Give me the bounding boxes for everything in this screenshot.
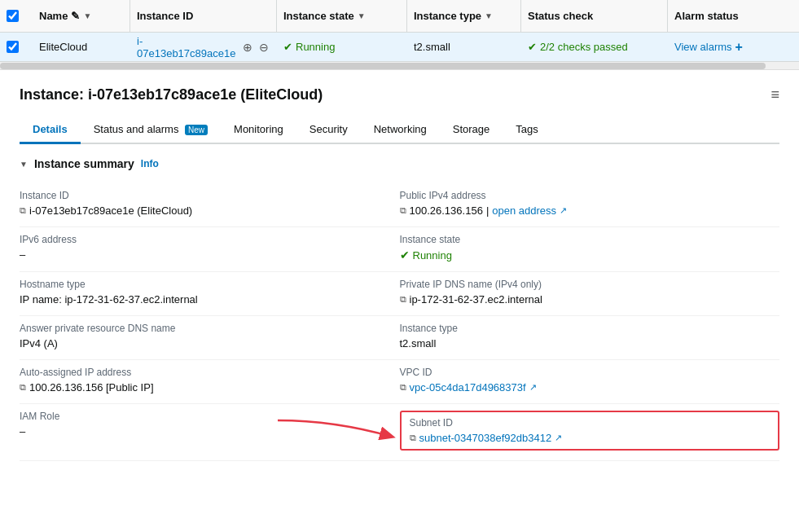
tab-details[interactable]: Details	[20, 117, 81, 144]
field-instance-state: Instance state ✔ Running	[400, 227, 780, 272]
col-header-name: Name ✎ ▼	[33, 0, 130, 32]
row-status: ✔ 2/2 checks passed	[521, 33, 668, 61]
subnet-external-icon: ↗	[555, 433, 562, 443]
open-address-link[interactable]: open address	[492, 204, 556, 217]
view-alarms-link[interactable]: View alarms	[674, 41, 732, 53]
zoom-out-button[interactable]: ⊖	[257, 41, 270, 54]
tab-tags[interactable]: Tags	[503, 117, 551, 144]
tab-storage[interactable]: Storage	[440, 117, 503, 144]
field-public-ipv4-value: ⧉ 100.26.136.156 | open address ↗	[400, 204, 780, 217]
field-iam-role: IAM Role –	[20, 404, 400, 461]
field-auto-ip-value: ⧉ 100.26.136.156 [Public IP]	[20, 381, 400, 394]
field-instance-type-label: Instance type	[400, 323, 780, 334]
field-hostname-type: Hostname type IP name: ip-172-31-62-37.e…	[20, 272, 400, 316]
field-hostname-type-label: Hostname type	[20, 279, 400, 290]
copy-auto-ip-icon[interactable]: ⧉	[20, 382, 26, 393]
col-header-status-check: Status check	[521, 0, 668, 32]
zoom-in-button[interactable]: ⊕	[241, 41, 254, 54]
instance-id-link[interactable]: i-07e13eb17c89ace1e	[137, 35, 238, 59]
field-public-ipv4-label: Public IPv4 address	[400, 190, 780, 201]
tab-monitoring[interactable]: Monitoring	[221, 117, 296, 144]
instance-title: Instance: i-07e13eb17c89ace1e (EliteClou…	[20, 86, 323, 103]
table-row[interactable]: EliteCloud i-07e13eb17c89ace1e ⊕ ⊖ ✔ Run…	[0, 33, 799, 62]
row-checkbox-cell	[7, 41, 33, 53]
horizontal-scrollbar[interactable]	[0, 62, 799, 70]
state-running-icon: ✔	[400, 248, 410, 262]
row-alarm: View alarms +	[668, 33, 792, 61]
running-check-icon: ✔	[283, 41, 292, 53]
row-name-value: EliteCloud	[39, 41, 87, 53]
col-header-instance-type: Instance type ▼	[407, 0, 521, 32]
col-header-instance-id: Instance ID	[130, 0, 277, 32]
menu-icon[interactable]: ≡	[770, 86, 779, 103]
field-instance-state-label: Instance state	[400, 234, 780, 245]
table-header: Name ✎ ▼ Instance ID Instance state ▼ In…	[0, 0, 799, 33]
row-name: EliteCloud	[33, 33, 130, 61]
field-dns-name: Answer private resource DNS name IPv4 (A…	[20, 316, 400, 360]
copy-private-dns-icon[interactable]: ⧉	[400, 294, 406, 305]
detail-panel: Instance: i-07e13eb17c89ace1e (EliteClou…	[0, 70, 799, 474]
tab-status-alarms[interactable]: Status and alarms New	[81, 117, 221, 144]
edit-icon[interactable]: ✎	[71, 10, 80, 22]
state-running: ✔ Running	[283, 41, 335, 53]
tab-security[interactable]: Security	[296, 117, 361, 144]
subnet-id-link[interactable]: subnet-0347038ef92db3412	[419, 432, 552, 444]
subnet-id-highlight-box: Subnet ID ⧉ subnet-0347038ef92db3412 ↗	[400, 411, 780, 451]
copy-vpc-id-icon[interactable]: ⧉	[400, 382, 406, 393]
field-instance-type-value: t2.small	[400, 337, 780, 350]
field-private-dns-label: Private IP DNS name (IPv4 only)	[400, 279, 780, 290]
header-checkbox-cell	[7, 10, 33, 22]
status-check-icon: ✔	[528, 41, 537, 53]
zoom-controls: ⊕ ⊖	[241, 41, 270, 54]
field-instance-id-value: ⧉ i-07e13eb17c89ace1e (EliteCloud)	[20, 204, 400, 217]
row-instance-id: i-07e13eb17c89ace1e ⊕ ⊖	[130, 33, 277, 61]
field-auto-ip-label: Auto-assigned IP address	[20, 367, 400, 378]
field-iam-role-value: –	[20, 425, 400, 437]
status-check-value: ✔ 2/2 checks passed	[528, 41, 628, 53]
copy-public-ipv4-icon[interactable]: ⧉	[400, 205, 406, 216]
vpc-id-link[interactable]: vpc-05c4da17d4968373f	[410, 381, 526, 394]
row-state: ✔ Running	[277, 33, 407, 61]
field-auto-ip: Auto-assigned IP address ⧉ 100.26.136.15…	[20, 360, 400, 404]
select-all-checkbox[interactable]	[7, 10, 19, 22]
field-iam-role-label: IAM Role	[20, 411, 400, 422]
field-hostname-type-value: IP name: ip-172-31-62-37.ec2.internal	[20, 293, 400, 306]
copy-subnet-id-icon[interactable]: ⧉	[410, 433, 416, 443]
tab-networking[interactable]: Networking	[361, 117, 440, 144]
field-subnet-id-value: ⧉ subnet-0347038ef92db3412 ↗	[410, 432, 770, 444]
field-instance-id-label: Instance ID	[20, 190, 400, 201]
field-vpc-id: VPC ID ⧉ vpc-05c4da17d4968373f ↗	[400, 360, 780, 404]
detail-tabs: Details Status and alarms New Monitoring…	[20, 117, 779, 144]
state-value: Running	[296, 41, 335, 53]
external-link-icon: ↗	[560, 205, 567, 216]
info-link[interactable]: Info	[141, 158, 159, 169]
field-private-dns: Private IP DNS name (IPv4 only) ⧉ ip-172…	[400, 272, 780, 316]
instance-title-row: Instance: i-07e13eb17c89ace1e (EliteClou…	[20, 86, 779, 103]
field-vpc-id-value: ⧉ vpc-05c4da17d4968373f ↗	[400, 381, 780, 394]
col-header-instance-state: Instance state ▼	[277, 0, 407, 32]
col-header-alarm-status: Alarm status	[668, 0, 792, 32]
summary-header: ▼ Instance summary Info	[20, 157, 779, 170]
field-ipv6-value: –	[20, 248, 400, 261]
type-value: t2.small	[414, 41, 450, 53]
col-instance-id-label: Instance ID	[137, 10, 193, 22]
col-status-label: Status check	[528, 10, 593, 22]
field-subnet-id-label: Subnet ID	[410, 417, 770, 429]
field-ipv6-label: IPv6 address	[20, 234, 400, 245]
scrollbar-thumb[interactable]	[0, 63, 766, 69]
tab-badge-new: New	[185, 125, 208, 135]
summary-section: ▼ Instance summary Info Instance ID ⧉ i-…	[20, 144, 779, 474]
col-state-chevron[interactable]: ▼	[358, 11, 366, 20]
copy-instance-id-icon[interactable]: ⧉	[20, 205, 26, 216]
field-vpc-id-label: VPC ID	[400, 367, 780, 378]
col-type-chevron[interactable]: ▼	[485, 11, 493, 20]
summary-title: Instance summary	[34, 157, 134, 170]
add-alarm-icon[interactable]: +	[735, 40, 743, 55]
collapse-triangle[interactable]: ▼	[20, 160, 28, 169]
col-name-chevron[interactable]: ▼	[83, 11, 91, 20]
field-ipv6: IPv6 address –	[20, 227, 400, 272]
field-private-dns-value: ⧉ ip-172-31-62-37.ec2.internal	[400, 293, 780, 306]
summary-grid: Instance ID ⧉ i-07e13eb17c89ace1e (Elite…	[20, 183, 779, 461]
row-checkbox[interactable]	[7, 41, 19, 53]
field-instance-id: Instance ID ⧉ i-07e13eb17c89ace1e (Elite…	[20, 183, 400, 227]
